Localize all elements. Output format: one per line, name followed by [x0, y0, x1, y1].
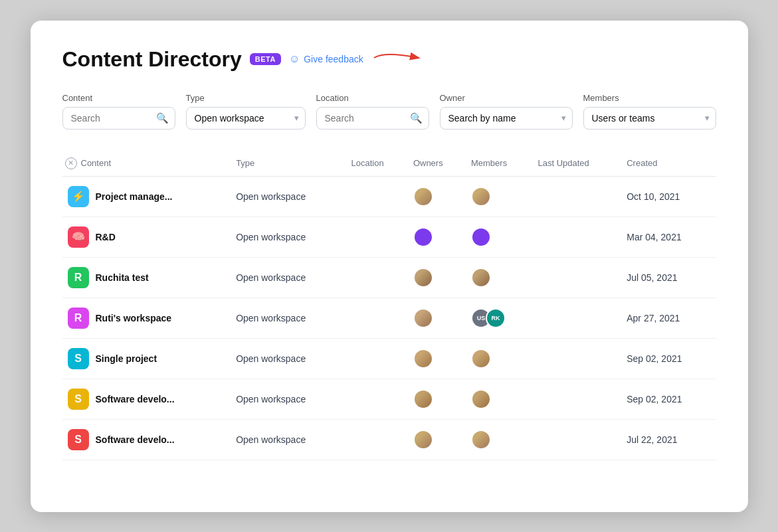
row-owner: [408, 257, 466, 298]
beta-badge: Beta: [250, 53, 281, 65]
workspace-icon: R: [68, 267, 89, 288]
give-feedback-link[interactable]: ☺ Give feedback: [289, 53, 363, 65]
row-owner: [408, 419, 466, 460]
row-location: [346, 419, 408, 460]
workspace-icon: S: [68, 429, 89, 450]
row-location: [346, 217, 408, 257]
page-title: Content Directory: [62, 47, 242, 72]
row-type: Open workspace: [231, 419, 345, 460]
owner-select[interactable]: Search by name: [440, 107, 573, 130]
row-created: Apr 27, 2021: [621, 298, 716, 338]
table-row[interactable]: R Ruchita test Open workspaceJul 05, 202…: [62, 257, 716, 298]
row-last-updated: [533, 257, 622, 298]
row-members: [466, 379, 533, 419]
row-members: [466, 176, 533, 217]
row-name-cell: S Single project: [62, 338, 231, 379]
col-header-owners: Owners: [408, 151, 466, 177]
type-filter-group: Type Open workspace Private workspace Al…: [186, 93, 306, 130]
row-members: USRK: [466, 298, 533, 338]
owner-avatar: [413, 308, 433, 328]
row-name: Single project: [96, 353, 157, 364]
workspace-icon: R: [68, 308, 89, 329]
owner-avatar: [413, 268, 433, 288]
owner-filter-group: Owner Search by name ▾: [440, 93, 573, 130]
member-avatar: [471, 349, 491, 369]
col-header-content: ✕ Content: [62, 151, 231, 177]
row-created: Sep 02, 2021: [621, 379, 716, 419]
members-select-wrap: Users or teams All members ▾: [583, 107, 716, 130]
col-header-members: Members: [466, 151, 533, 177]
row-location: [346, 379, 408, 419]
owner-filter-label: Owner: [440, 93, 573, 103]
give-feedback-label: Give feedback: [304, 54, 363, 64]
location-filter-label: Location: [316, 93, 429, 103]
filters-bar: Content 🔍 Type Open workspace Private wo…: [62, 93, 716, 130]
row-type: Open workspace: [231, 379, 345, 419]
row-name: Ruchita test: [96, 272, 149, 283]
member-avatar: [471, 268, 491, 288]
table-row[interactable]: S Software develo... Open workspaceJul 2…: [62, 419, 716, 460]
row-last-updated: [533, 338, 622, 379]
row-name: Software develo...: [96, 434, 175, 445]
row-last-updated: [533, 419, 622, 460]
owner-avatar: [413, 349, 433, 369]
content-search-wrap: 🔍: [62, 107, 175, 130]
content-directory-card: Content Directory Beta ☺ Give feedback C…: [31, 21, 748, 512]
owner-avatar: [413, 430, 433, 450]
row-type: Open workspace: [231, 338, 345, 379]
content-table: ✕ Content Type Location Owners Members L…: [62, 151, 716, 460]
table-row[interactable]: 🧠 R&D Open workspaceMar 04, 2021: [62, 217, 716, 257]
row-created: Mar 04, 2021: [621, 217, 716, 257]
row-members: [466, 257, 533, 298]
location-search-input[interactable]: [316, 107, 429, 130]
content-filter-group: Content 🔍: [62, 93, 175, 130]
members-filter-group: Members Users or teams All members ▾: [583, 93, 716, 130]
row-owner: [408, 338, 466, 379]
owner-avatar: [413, 227, 433, 247]
table-row[interactable]: R Ruti's workspace Open workspaceUSRKApr…: [62, 298, 716, 338]
row-name: Ruti's workspace: [96, 313, 172, 323]
table-row[interactable]: S Software develo... Open workspaceSep 0…: [62, 379, 716, 419]
owner-avatar: [413, 187, 433, 207]
col-header-created: Created: [621, 151, 716, 177]
member-avatar: RK: [486, 308, 506, 328]
row-location: [346, 338, 408, 379]
row-type: Open workspace: [231, 298, 345, 338]
row-location: [346, 257, 408, 298]
content-search-input[interactable]: [62, 107, 175, 130]
table-row[interactable]: S Single project Open workspaceSep 02, 2…: [62, 338, 716, 379]
row-type: Open workspace: [231, 257, 345, 298]
workspace-icon: ⚡: [68, 186, 89, 207]
clear-filter-icon[interactable]: ✕: [65, 157, 77, 169]
row-name: R&D: [96, 232, 116, 242]
row-name-cell: S Software develo...: [62, 379, 231, 419]
row-name-cell: S Software develo...: [62, 419, 231, 460]
row-location: [346, 176, 408, 217]
page-header: Content Directory Beta ☺ Give feedback: [62, 47, 716, 72]
type-select[interactable]: Open workspace Private workspace All: [186, 107, 306, 130]
row-name-cell: 🧠 R&D: [62, 217, 231, 257]
row-location: [346, 298, 408, 338]
row-members: [466, 217, 533, 257]
smiley-icon: ☺: [289, 53, 300, 65]
row-type: Open workspace: [231, 176, 345, 217]
member-avatar: [471, 227, 491, 247]
col-header-last-updated: Last Updated: [533, 151, 622, 177]
type-filter-label: Type: [186, 93, 306, 103]
feedback-arrow: [371, 48, 425, 70]
member-avatar: [471, 389, 491, 409]
col-header-type: Type: [231, 151, 345, 177]
type-select-wrap: Open workspace Private workspace All ▾: [186, 107, 306, 130]
members-select[interactable]: Users or teams All members: [583, 107, 716, 130]
row-owner: [408, 379, 466, 419]
row-last-updated: [533, 176, 622, 217]
table-row[interactable]: ⚡ Project manage... Open workspaceOct 10…: [62, 176, 716, 217]
workspace-icon: S: [68, 348, 89, 369]
row-type: Open workspace: [231, 217, 345, 257]
row-name-cell: R Ruchita test: [62, 257, 231, 298]
col-content-label: Content: [81, 158, 112, 168]
row-created: Jul 22, 2021: [621, 419, 716, 460]
row-last-updated: [533, 217, 622, 257]
row-last-updated: [533, 298, 622, 338]
row-members: [466, 419, 533, 460]
